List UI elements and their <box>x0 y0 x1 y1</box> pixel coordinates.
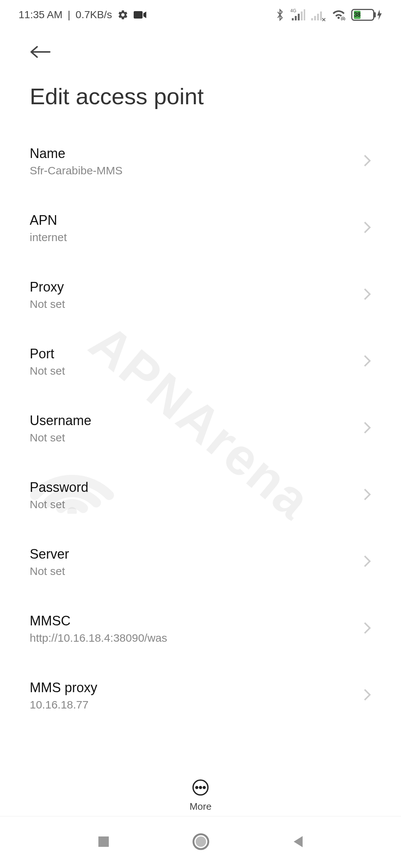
item-value: Not set <box>30 365 363 377</box>
item-title: Server <box>30 546 363 562</box>
battery-level: 38 <box>354 11 361 19</box>
settings-list: Name Sfr-Carabibe-MMS APN internet Proxy… <box>0 128 401 729</box>
svg-point-14 <box>196 787 198 789</box>
svg-rect-5 <box>298 14 300 20</box>
item-title: Username <box>30 413 363 428</box>
svg-rect-8 <box>311 18 313 20</box>
svg-rect-17 <box>98 836 109 847</box>
mmsc-row[interactable]: MMSC http://10.16.18.4:38090/was <box>30 595 371 662</box>
chevron-right-icon <box>363 621 371 636</box>
signal-none-icon <box>311 9 326 21</box>
item-value: Not set <box>30 431 363 444</box>
svg-point-15 <box>200 787 202 789</box>
server-row[interactable]: Server Not set <box>30 529 371 595</box>
svg-text:4G: 4G <box>290 9 296 13</box>
camera-icon <box>134 10 146 19</box>
apn-name-row[interactable]: Name Sfr-Carabibe-MMS <box>30 128 371 195</box>
page-title: Edit access point <box>0 68 401 128</box>
more-button[interactable] <box>192 779 209 798</box>
proxy-row[interactable]: Proxy Not set <box>30 262 371 328</box>
chevron-right-icon <box>363 421 371 436</box>
navigation-bar <box>0 816 401 868</box>
chevron-right-icon <box>363 354 371 369</box>
nav-back-button[interactable] <box>291 835 304 850</box>
mms-proxy-row[interactable]: MMS proxy 10.16.18.77 <box>30 662 371 729</box>
item-value: 10.16.18.77 <box>30 698 363 711</box>
item-title: APN <box>30 213 363 228</box>
item-value: internet <box>30 231 363 244</box>
item-value: Not set <box>30 498 363 511</box>
chevron-right-icon <box>363 154 371 169</box>
svg-rect-10 <box>317 14 319 20</box>
svg-rect-4 <box>295 16 297 20</box>
item-value: http://10.16.18.4:38090/was <box>30 632 363 644</box>
chevron-right-icon <box>363 221 371 236</box>
charging-icon <box>376 10 382 20</box>
signal-4g-icon: 4G <box>290 9 305 21</box>
item-value: Sfr-Carabibe-MMS <box>30 164 363 177</box>
password-row[interactable]: Password Not set <box>30 462 371 529</box>
port-row[interactable]: Port Not set <box>30 328 371 395</box>
status-bar: 11:35 AM | 0.7KB/s 4G 38 <box>0 0 401 30</box>
username-row[interactable]: Username Not set <box>30 395 371 462</box>
svg-point-16 <box>203 787 205 789</box>
chevron-right-icon <box>363 688 371 703</box>
item-title: MMSC <box>30 613 363 629</box>
item-title: Port <box>30 346 363 362</box>
item-title: Password <box>30 480 363 495</box>
bluetooth-icon <box>276 9 284 21</box>
svg-rect-1 <box>134 11 143 19</box>
status-speed: 0.7KB/s <box>76 9 112 21</box>
gear-icon <box>117 9 128 20</box>
item-title: MMS proxy <box>30 680 363 696</box>
status-time: 11:35 AM <box>19 9 62 21</box>
item-value: Not set <box>30 298 363 310</box>
wifi-icon <box>332 9 345 20</box>
apn-row[interactable]: APN internet <box>30 195 371 262</box>
status-separator: | <box>68 9 70 21</box>
item-title: Proxy <box>30 279 363 295</box>
chevron-right-icon <box>363 488 371 503</box>
svg-rect-3 <box>292 18 294 20</box>
svg-rect-6 <box>301 11 303 20</box>
svg-rect-9 <box>314 16 316 20</box>
svg-rect-7 <box>304 9 305 20</box>
back-button[interactable] <box>30 54 50 60</box>
svg-rect-11 <box>320 11 322 20</box>
nav-home-button[interactable] <box>192 833 209 852</box>
item-value: Not set <box>30 565 363 578</box>
more-label: More <box>189 801 211 812</box>
chevron-right-icon <box>363 287 371 302</box>
svg-point-19 <box>196 836 206 847</box>
chevron-right-icon <box>363 555 371 569</box>
battery-indicator: 38 <box>351 9 382 21</box>
nav-recent-button[interactable] <box>97 835 110 850</box>
item-title: Name <box>30 146 363 161</box>
